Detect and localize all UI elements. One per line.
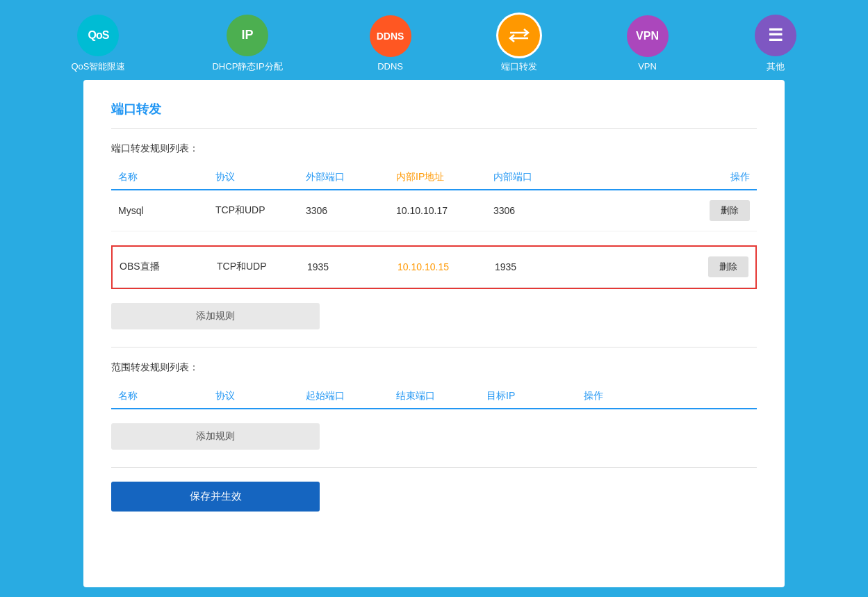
port-rules-label: 端口转发规则列表：: [111, 142, 757, 155]
row-ext-port: 3306: [299, 190, 389, 231]
range-th-end-port: 结束端口: [389, 384, 480, 409]
range-th-protocol: 协议: [208, 384, 299, 409]
th-name: 名称: [111, 165, 208, 190]
page-title: 端口转发: [111, 101, 757, 117]
table-row: Mysql TCP和UDP 3306 10.10.10.17 3306 删除: [111, 190, 757, 231]
row-inner-ip: 10.10.10.17: [389, 190, 486, 231]
ip-icon: IP: [227, 15, 268, 56]
save-button[interactable]: 保存并生效: [111, 482, 320, 512]
range-rules-label: 范围转发规则列表：: [111, 361, 757, 374]
row-inner-ip: 10.10.10.15: [391, 247, 488, 288]
th-inner-port: 内部端口: [486, 165, 577, 190]
row-action: 删除: [578, 247, 755, 288]
delete-button[interactable]: 删除: [710, 200, 750, 221]
add-port-rule-button[interactable]: 添加规则: [111, 303, 320, 329]
vpn-label: VPN: [638, 61, 657, 72]
section-divider-3: [111, 467, 757, 468]
row-protocol: TCP和UDP: [210, 247, 300, 288]
ddns-label: DDNS: [377, 61, 403, 72]
nav-item-port[interactable]: 端口转发: [498, 15, 540, 73]
row-name: Mysql: [111, 190, 208, 231]
row-name: OBS直播: [113, 247, 210, 288]
other-label: 其他: [767, 60, 785, 73]
nav-item-vpn[interactable]: VPN VPN: [627, 15, 669, 72]
nav-item-ip[interactable]: IP DHCP静态IP分配: [212, 15, 282, 73]
row-inner-port: 1935: [488, 247, 578, 288]
table-row-highlighted: OBS直播 TCP和UDP 1935 10.10.10.15 1935 删除: [113, 247, 755, 288]
delete-button-obs[interactable]: 删除: [708, 256, 748, 277]
range-rules-table: 名称 协议 起始端口 结束端口 目标IP 操作: [111, 384, 757, 409]
other-icon: ☰: [755, 15, 796, 56]
range-th-name: 名称: [111, 384, 208, 409]
qos-label: QoS智能限速: [71, 60, 125, 73]
row-action: 删除: [577, 190, 757, 231]
ddns-icon: DDNS: [370, 15, 411, 57]
highlighted-port-rule-table: OBS直播 TCP和UDP 1935 10.10.10.15 1935 删除: [113, 247, 755, 288]
port-icon: [498, 15, 540, 56]
top-nav: QoS QoS智能限速 IP DHCP静态IP分配 DDNS DDNS 端口转发…: [0, 0, 868, 80]
nav-item-qos[interactable]: QoS QoS智能限速: [71, 15, 125, 73]
row-inner-port: 3306: [486, 190, 577, 231]
add-range-rule-button[interactable]: 添加规则: [111, 423, 320, 450]
main-content: 端口转发 端口转发规则列表： 名称 协议 外部端口 内部IP地址 内部端口 操作…: [83, 80, 785, 587]
nav-item-other[interactable]: ☰ 其他: [755, 15, 796, 73]
port-rules-table: 名称 协议 外部端口 内部IP地址 内部端口 操作 Mysql TCP和UDP …: [111, 165, 757, 231]
range-th-start-port: 起始端口: [299, 384, 389, 409]
nav-item-ddns[interactable]: DDNS DDNS: [370, 15, 411, 72]
highlighted-row-wrapper: OBS直播 TCP和UDP 1935 10.10.10.15 1935 删除: [111, 245, 757, 289]
row-protocol: TCP和UDP: [208, 190, 299, 231]
th-inner-ip: 内部IP地址: [389, 165, 486, 190]
row-ext-port: 1935: [300, 247, 391, 288]
th-ext-port: 外部端口: [299, 165, 389, 190]
qos-icon: QoS: [77, 15, 119, 56]
port-forward-icon: [509, 27, 530, 44]
section-divider-1: [111, 128, 757, 129]
th-action: 操作: [577, 165, 757, 190]
range-th-target-ip: 目标IP: [480, 384, 577, 409]
th-protocol: 协议: [208, 165, 299, 190]
ip-label: DHCP静态IP分配: [212, 60, 282, 73]
port-label: 端口转发: [501, 60, 537, 73]
range-th-action: 操作: [577, 384, 757, 409]
section-divider-2: [111, 347, 757, 347]
vpn-icon: VPN: [627, 15, 669, 57]
